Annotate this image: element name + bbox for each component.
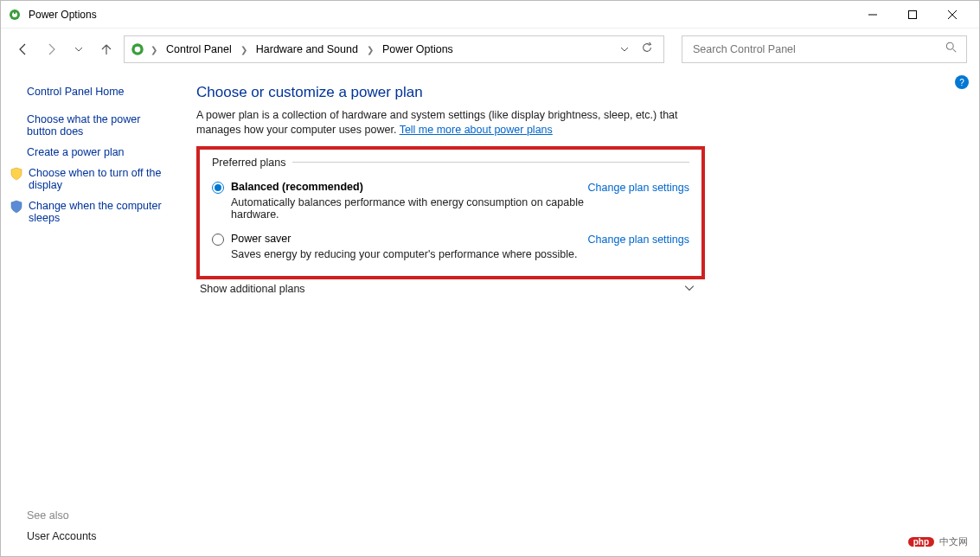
- page-heading: Choose or customize a power plan: [196, 84, 958, 101]
- see-also-section: See also User Accounts: [27, 509, 97, 542]
- chevron-right-icon[interactable]: ❯: [149, 45, 159, 54]
- show-more-label: Show additional plans: [200, 283, 305, 295]
- shield-icon: [10, 167, 23, 181]
- breadcrumb-control-panel[interactable]: Control Panel: [163, 42, 235, 57]
- forward-button[interactable]: [41, 39, 61, 60]
- breadcrumb-power-options[interactable]: Power Options: [379, 42, 457, 57]
- plan-name[interactable]: Balanced (recommended): [231, 181, 588, 193]
- search-icon[interactable]: [945, 42, 958, 57]
- svg-line-10: [953, 49, 957, 53]
- recent-dropdown-button[interactable]: [68, 39, 89, 60]
- sidebar-link-label: Choose when to turn off the display: [29, 167, 170, 191]
- help-icon[interactable]: ?: [955, 75, 969, 89]
- window-frame: Power Options ❯ Control Panel ❯ Hardware…: [0, 0, 980, 557]
- show-additional-plans[interactable]: Show additional plans: [200, 283, 695, 296]
- page-description: A power plan is a collection of hardware…: [196, 108, 698, 138]
- sidebar-link-power-button[interactable]: Choose what the power button does: [27, 113, 170, 138]
- chevron-right-icon[interactable]: ❯: [365, 45, 375, 54]
- learn-more-link[interactable]: Tell me more about power plans: [400, 124, 553, 136]
- watermark-text: 中文网: [939, 535, 968, 548]
- window-controls: [853, 3, 972, 27]
- up-button[interactable]: [96, 39, 117, 60]
- back-button[interactable]: [13, 39, 34, 60]
- change-plan-link[interactable]: Change plan settings: [588, 233, 689, 246]
- svg-rect-2: [14, 10, 16, 14]
- sidebar-link-display-off[interactable]: Choose when to turn off the display: [27, 167, 170, 191]
- change-plan-link[interactable]: Change plan settings: [588, 181, 689, 194]
- sidebar-link-sleep[interactable]: Change when the computer sleeps: [27, 200, 170, 224]
- plan-description: Automatically balances performance with …: [231, 196, 588, 221]
- chevron-right-icon[interactable]: ❯: [239, 45, 249, 54]
- minimize-button[interactable]: [853, 3, 893, 27]
- plan-row-powersaver: Power saver Saves energy by reducing you…: [212, 233, 689, 260]
- window-title: Power Options: [29, 9, 853, 21]
- see-also-heading: See also: [27, 509, 97, 522]
- svg-point-8: [135, 47, 141, 53]
- close-button[interactable]: [932, 3, 972, 27]
- search-box[interactable]: [682, 35, 967, 63]
- preferred-plans-section: Preferred plans Balanced (recommended) A…: [196, 146, 705, 279]
- breadcrumb-hardware-sound[interactable]: Hardware and Sound: [253, 42, 362, 57]
- watermark: php 中文网: [908, 535, 968, 548]
- plan-name[interactable]: Power saver: [231, 233, 588, 245]
- power-options-icon: [130, 42, 145, 57]
- plan-description: Saves energy by reducing your computer's…: [231, 248, 588, 260]
- svg-point-9: [946, 42, 953, 49]
- chevron-down-icon: [684, 283, 695, 296]
- address-bar[interactable]: ❯ Control Panel ❯ Hardware and Sound ❯ P…: [124, 35, 664, 63]
- power-options-icon: [8, 8, 22, 22]
- chevron-down-icon[interactable]: [620, 42, 629, 57]
- watermark-badge: php: [908, 537, 934, 547]
- control-panel-home-link[interactable]: Control Panel Home: [27, 86, 170, 98]
- see-also-user-accounts[interactable]: User Accounts: [27, 530, 97, 542]
- nav-bar: ❯ Control Panel ❯ Hardware and Sound ❯ P…: [1, 29, 979, 70]
- plan-row-balanced: Balanced (recommended) Automatically bal…: [212, 181, 689, 221]
- maximize-button[interactable]: [893, 3, 932, 27]
- main-content: ? Choose or customize a power plan A pow…: [183, 70, 979, 556]
- radio-balanced[interactable]: [212, 182, 224, 194]
- body: Control Panel Home Choose what the power…: [1, 70, 979, 556]
- section-label: Preferred plans: [212, 157, 689, 169]
- refresh-button[interactable]: [641, 42, 653, 57]
- sidebar-link-create-plan[interactable]: Create a power plan: [27, 146, 170, 158]
- radio-power-saver[interactable]: [212, 234, 224, 246]
- title-bar: Power Options: [1, 1, 979, 29]
- sidebar: Control Panel Home Choose what the power…: [1, 70, 183, 556]
- svg-rect-4: [909, 10, 917, 18]
- search-input[interactable]: [691, 42, 945, 56]
- shield-icon: [10, 200, 23, 214]
- sidebar-link-label: Change when the computer sleeps: [29, 200, 170, 224]
